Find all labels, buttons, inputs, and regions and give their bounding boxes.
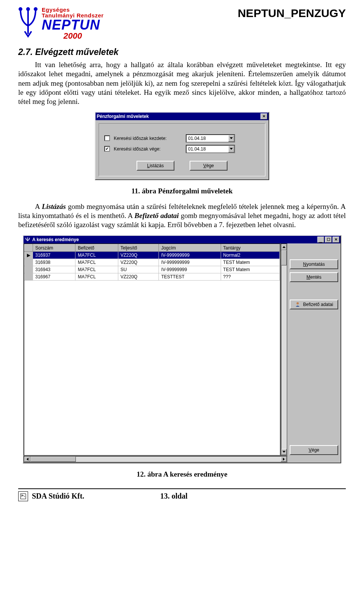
cell: MA7FCL xyxy=(75,251,118,259)
cell: IV-999999999 xyxy=(159,259,221,266)
checkbox-start[interactable] xyxy=(104,135,110,141)
svg-point-4 xyxy=(22,494,23,496)
scroll-thumb[interactable] xyxy=(30,457,76,462)
section-heading: 2.7. Elvégzett műveletek xyxy=(18,47,346,57)
table-row[interactable]: 316938MA7FCLVZ220QIV-999999999TEST Matem xyxy=(25,259,280,266)
logo-block: Egységes Tanulmányi Rendszer NEPTUN 2000 xyxy=(18,7,104,40)
cell: 316943 xyxy=(33,266,75,273)
row-marker xyxy=(25,259,33,266)
maximize-icon[interactable]: ☐ xyxy=(325,237,332,243)
scroll-thumb[interactable] xyxy=(281,250,287,265)
table-row[interactable]: 316967MA7FCLVZ220QTESTTEST??? xyxy=(25,273,280,280)
date-start[interactable] xyxy=(186,134,235,143)
date-end[interactable] xyxy=(186,145,235,153)
cell: MA7FCL xyxy=(75,259,118,266)
vertical-scrollbar[interactable] xyxy=(281,243,287,456)
cell: 316938 xyxy=(33,259,75,266)
column-header[interactable]: Befizető xyxy=(75,244,118,251)
trident-icon xyxy=(18,7,38,38)
paragraph-1: Itt van lehetőség arra, hogy a hallgató … xyxy=(18,60,346,107)
scroll-down-icon[interactable] xyxy=(281,449,287,455)
side-buttons: Nyomtatás Mentés Befizető adatai Vége xyxy=(287,243,340,463)
row-marker-header xyxy=(25,244,33,251)
svg-point-0 xyxy=(19,8,22,10)
page-title: NEPTUN_PENZUGY xyxy=(238,7,346,20)
close-icon[interactable]: ✕ xyxy=(260,113,267,119)
svg-point-1 xyxy=(27,8,29,10)
save-button[interactable]: Mentés xyxy=(290,272,338,282)
figure-caption-1: 11. ábra Pénzforgalmi műveletek xyxy=(18,187,346,195)
figure-caption-2: 12. ábra A keresés eredménye xyxy=(18,470,346,479)
cell: MA7FCL xyxy=(75,273,118,280)
end-button[interactable]: Vége xyxy=(290,445,338,455)
page-footer: SDA Stúdió Kft. 13. oldal xyxy=(18,488,346,501)
logo-year: 2000 xyxy=(42,32,104,40)
results-grid[interactable]: SorszámBefizetőTeljesítőJogcímTantárgy ▶… xyxy=(24,243,281,456)
search-fieldset: Keresési időszak kezdete: ✔ Keresési idő… xyxy=(99,123,265,176)
cell: VZ220Q xyxy=(118,273,158,280)
label-start: Keresési időszak kezdete: xyxy=(114,136,186,141)
column-header[interactable]: Teljesítő xyxy=(118,244,158,251)
cell: VZ220Q xyxy=(118,259,158,266)
dialog-penzforgalmi: Pénzforgalmi műveletek ✕ Keresési idősza… xyxy=(95,112,269,180)
scroll-up-icon[interactable] xyxy=(281,244,287,250)
column-header[interactable]: Sorszám xyxy=(33,244,75,251)
svg-point-3 xyxy=(297,302,299,304)
dropdown-icon[interactable] xyxy=(228,135,234,142)
close-icon[interactable]: ✕ xyxy=(333,237,339,243)
svg-point-2 xyxy=(35,8,37,10)
list-button[interactable]: Listázás xyxy=(136,161,174,171)
cell: VZ220Q xyxy=(118,251,158,259)
titlebar: A keresés eredménye ▁ ☐ ✕ xyxy=(24,236,340,243)
cell: SU xyxy=(118,266,158,273)
cell: IV-99999999 xyxy=(159,266,221,273)
titlebar-text: A keresés eredménye xyxy=(32,237,317,242)
column-header[interactable]: Tantárgy xyxy=(221,244,279,251)
cell: 316967 xyxy=(33,273,75,280)
cell: TESTTEST xyxy=(159,273,221,280)
date-start-input[interactable] xyxy=(187,135,228,142)
end-button[interactable]: Vége xyxy=(190,161,228,171)
row-marker xyxy=(25,273,33,280)
app-icon xyxy=(25,237,31,243)
cell: MA7FCL xyxy=(75,266,118,273)
row-marker xyxy=(25,266,33,273)
table-row[interactable]: 316943MA7FCLSUIV-99999999TEST Matem xyxy=(25,266,280,273)
logo-line1: Egységes xyxy=(42,7,104,13)
footer-page: 13. oldal xyxy=(160,492,187,500)
logo-brand: NEPTUN xyxy=(42,18,104,32)
column-header[interactable]: Jogcím xyxy=(159,244,221,251)
cell: Normal2 xyxy=(221,251,279,259)
cell: TEST Matem xyxy=(221,266,279,273)
titlebar-text: Pénzforgalmi műveletek xyxy=(97,114,260,119)
titlebar: Pénzforgalmi műveletek ✕ xyxy=(96,113,268,120)
scroll-right-icon[interactable] xyxy=(281,457,287,462)
date-end-input[interactable] xyxy=(187,146,228,152)
cell: ??? xyxy=(221,273,279,280)
footer-company: SDA Stúdió Kft. xyxy=(32,492,84,500)
print-button[interactable]: Nyomtatás xyxy=(290,259,338,269)
cell: 316937 xyxy=(33,251,75,259)
paragraph-2: A Listázás gomb megnyomása után a szűrés… xyxy=(18,202,346,230)
page-header: Egységes Tanulmányi Rendszer NEPTUN 2000… xyxy=(18,7,346,40)
payer-button[interactable]: Befizető adatai xyxy=(290,300,338,309)
checkbox-end[interactable]: ✔ xyxy=(104,146,110,152)
label-end: Keresési időszak vége: xyxy=(114,146,186,152)
table-row[interactable]: ▶316937MA7FCLVZ220QIV-999999999Normal2 xyxy=(25,251,280,259)
footer-icon xyxy=(18,491,28,501)
cell: TEST Matem xyxy=(221,259,279,266)
cell: IV-999999999 xyxy=(159,251,221,259)
row-marker: ▶ xyxy=(25,251,33,259)
horizontal-scrollbar[interactable] xyxy=(24,456,287,463)
scroll-left-icon[interactable] xyxy=(24,457,30,462)
person-icon xyxy=(295,301,301,308)
dialog-results: A keresés eredménye ▁ ☐ ✕ SorszámBefizet… xyxy=(23,235,341,463)
dropdown-icon[interactable] xyxy=(228,146,234,152)
minimize-icon[interactable]: ▁ xyxy=(317,237,324,243)
